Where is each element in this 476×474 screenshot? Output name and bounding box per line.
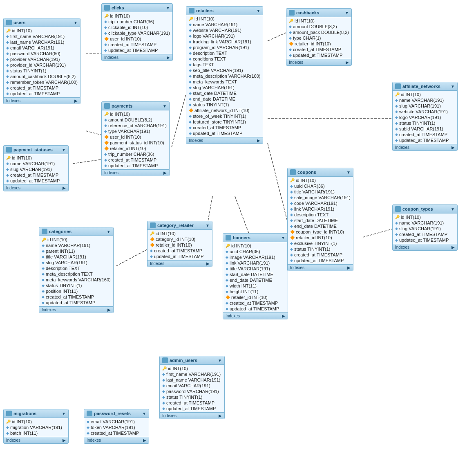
footer-arrow-icon[interactable]: ▶ [257,138,260,143]
dropdown-arrow-icon[interactable]: ▼ [166,6,170,10]
table-header-coupons[interactable]: coupons ▼ [288,168,353,177]
field-row: 🔶 retailer_id INT(10) [223,294,288,300]
field-row: ◆ status TINYINT(1) [186,102,263,108]
nullable-icon: ◆ [87,431,89,435]
table-header-banners[interactable]: banners ▼ [223,234,288,242]
nullable-icon: ◆ [6,162,9,166]
nullable-icon: ◆ [104,31,107,35]
footer-arrow-icon[interactable]: ▶ [107,308,111,312]
dropdown-arrow-icon[interactable]: ▼ [107,229,111,234]
footer-arrow-icon[interactable]: ▶ [282,314,285,318]
field-row: ◆ amount_back DOUBLE(8,2) [286,29,351,35]
dropdown-arrow-icon[interactable]: ▼ [345,11,349,15]
field-row: ◆ trip_number CHAR(36) [102,19,172,25]
fk-icon: 🔶 [290,236,295,240]
indexes-label: Indexes [6,99,20,103]
table-footer-categories[interactable]: Indexes ▶ [39,306,113,313]
nullable-icon: ◆ [290,184,293,188]
field-text: created_at TIMESTAMP [108,42,156,47]
field-row: 🔑 id INT(10) [102,13,172,19]
field-row: ◆ clickable_type VARCHAR(191) [102,30,172,36]
footer-arrow-icon[interactable]: ▶ [63,438,66,443]
field-row: 🔑 id INT(10) [147,231,212,236]
dropdown-arrow-icon[interactable]: ▼ [62,411,66,416]
field-row: 🔑 id INT(10) [393,214,457,220]
table-header-clicks[interactable]: clicks ▼ [102,4,172,12]
footer-arrow-icon[interactable]: ▶ [163,171,167,175]
table-header-admin_users[interactable]: admin_users ▼ [160,356,224,365]
table-footer-category_retailer[interactable]: Indexes ▶ [147,260,212,267]
table-header-retailers[interactable]: retailers ▼ [186,7,263,15]
dropdown-arrow-icon[interactable]: ▼ [142,411,146,416]
table-header-affiliate_networks[interactable]: affiliate_networks ▼ [393,82,457,91]
dropdown-arrow-icon[interactable]: ▼ [218,358,222,363]
table-footer-coupon_types[interactable]: Indexes ▶ [393,244,457,250]
footer-arrow-icon[interactable]: ▶ [143,438,146,443]
table-header-categories[interactable]: categories ▼ [39,227,113,236]
field-row: ◆ updated_at TIMESTAMP [186,130,263,136]
table-footer-affiliate_networks[interactable]: Indexes ▶ [393,144,457,151]
footer-arrow-icon[interactable]: ▶ [167,55,170,60]
table-footer-banners[interactable]: Indexes ▶ [223,312,288,319]
field-text: description TEXT [46,266,80,271]
footer-arrow-icon[interactable]: ▶ [74,99,78,103]
field-row: ◆ sale_image VARCHAR(191) [288,195,353,200]
nullable-icon: ◆ [189,34,192,38]
dropdown-arrow-icon[interactable]: ▼ [74,20,78,25]
table-footer-payments[interactable]: Indexes ▶ [102,169,169,176]
dropdown-arrow-icon[interactable]: ▼ [163,104,167,108]
footer-arrow-icon[interactable]: ▶ [451,245,455,249]
nullable-icon: ◆ [290,218,293,222]
footer-arrow-icon[interactable]: ▶ [219,413,222,418]
nullable-icon: ◆ [226,255,228,259]
dropdown-arrow-icon[interactable]: ▼ [451,207,455,211]
table-header-cashbacks[interactable]: cashbacks ▼ [286,9,351,17]
table-footer-coupons[interactable]: Indexes ▶ [288,264,353,271]
table-footer-users[interactable]: Indexes ▶ [4,97,80,104]
table-footer-clicks[interactable]: Indexes ▶ [102,54,172,61]
field-row: ◆ seo_title VARCHAR(191) [186,67,263,73]
field-row: ◆ last_name VARCHAR(191) [4,39,80,45]
nullable-icon: ◆ [6,173,9,177]
table-header-coupon_types[interactable]: coupon_types ▼ [393,205,457,213]
field-row: ◆ slug VARCHAR(191) [393,226,457,231]
table-footer-migrations[interactable]: Indexes ▶ [4,437,68,443]
table-header-password_resets[interactable]: password_resets ▼ [84,409,149,418]
table-footer-payment_statuses[interactable]: Indexes ▶ [4,184,68,191]
field-text: last_name VARCHAR(191) [10,40,64,45]
field-row: 🔶 user_id INT(10) [102,36,172,42]
field-text: created_at TIMESTAMP [399,232,447,237]
table-footer-retailers[interactable]: Indexes ▶ [186,137,263,144]
footer-arrow-icon[interactable]: ▶ [451,145,455,150]
field-text: updated_at TIMESTAMP [399,138,449,143]
table-header-users[interactable]: users ▼ [4,18,80,27]
field-text: name VARCHAR(191) [399,98,444,103]
dropdown-arrow-icon[interactable]: ▼ [206,223,210,228]
nullable-icon: ◆ [42,301,45,305]
nullable-icon: ◆ [189,103,192,107]
dropdown-arrow-icon[interactable]: ▼ [451,84,455,89]
table-header-category_retailer[interactable]: category_retailer ▼ [147,221,212,230]
field-text: amount_back DOUBLE(8,2) [293,30,349,35]
footer-arrow-icon[interactable]: ▶ [346,60,349,65]
table-header-migrations[interactable]: migrations ▼ [4,409,68,418]
footer-arrow-icon[interactable]: ▶ [63,186,66,190]
table-footer-cashbacks[interactable]: Indexes ▶ [286,59,351,65]
nullable-icon: ◆ [289,30,292,34]
table-footer-admin_users[interactable]: Indexes ▶ [160,412,224,419]
pk-icon: 🔑 [289,19,293,23]
dropdown-arrow-icon[interactable]: ▼ [281,236,285,240]
dropdown-arrow-icon[interactable]: ▼ [62,148,66,152]
table-footer-password_resets[interactable]: Indexes ▶ [84,437,149,443]
field-row: 🔑 id INT(10) [160,366,224,371]
dropdown-arrow-icon[interactable]: ▼ [346,170,351,175]
footer-arrow-icon[interactable]: ▶ [347,265,351,270]
field-row: ◆ updated_at TIMESTAMP [4,91,80,97]
table-header-payments[interactable]: payments ▼ [102,102,169,110]
dropdown-arrow-icon[interactable]: ▼ [257,9,261,13]
nullable-icon: ◆ [395,98,398,102]
field-row: ◆ name VARCHAR(191) [39,243,113,248]
footer-arrow-icon[interactable]: ▶ [206,261,210,266]
table-header-payment_statuses[interactable]: payment_statuses ▼ [4,146,68,154]
field-row: ◆ status TINYINT(1) [4,68,80,74]
